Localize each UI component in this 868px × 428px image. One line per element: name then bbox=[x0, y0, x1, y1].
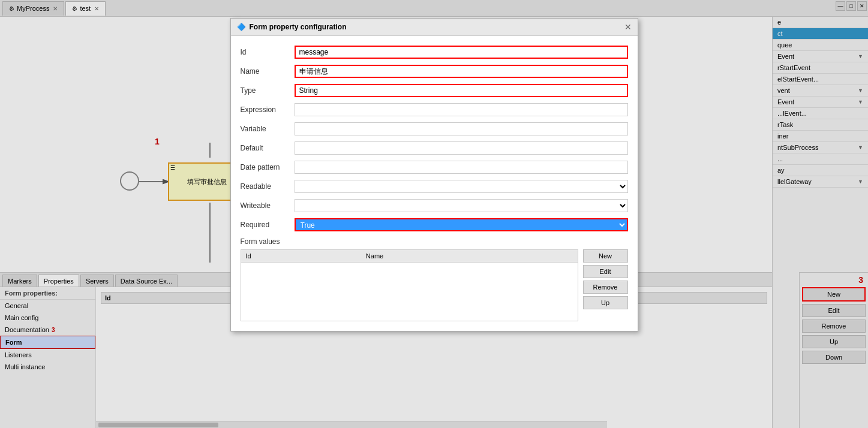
label-variable: Variable bbox=[241, 125, 295, 133]
label-datepattern: Date pattern bbox=[241, 163, 295, 171]
select-readable[interactable]: True False bbox=[295, 180, 628, 193]
input-id[interactable] bbox=[295, 46, 628, 59]
form-row-datepattern: Date pattern bbox=[241, 161, 628, 174]
form-row-type: Type bbox=[241, 84, 628, 97]
label-name: Name bbox=[241, 67, 295, 76]
form-row-readable: Readable True False bbox=[241, 180, 628, 193]
fv-up-button[interactable]: Up bbox=[583, 296, 628, 309]
fv-edit-button[interactable]: Edit bbox=[583, 265, 628, 278]
label-default: Default bbox=[241, 144, 295, 152]
fv-remove-button[interactable]: Remove bbox=[583, 281, 628, 294]
form-row-writeable: Writeable True False bbox=[241, 199, 628, 212]
fv-col-name: Name bbox=[361, 250, 578, 263]
form-row-id: Id bbox=[241, 46, 628, 59]
form-values-label: Form values bbox=[241, 237, 628, 246]
form-values-buttons: New Edit Remove Up bbox=[583, 249, 628, 321]
input-type[interactable] bbox=[295, 84, 628, 97]
modal-icon: 🔷 bbox=[237, 23, 246, 31]
form-values-container: Id Name New Edit Remove bbox=[241, 249, 628, 321]
label-readable: Readable bbox=[241, 182, 295, 191]
modal-title: 🔷 Form property configuration bbox=[237, 23, 347, 31]
modal-overlay: 🔷 Form property configuration ✕ Id Name bbox=[0, 0, 868, 428]
form-values-section: Form values Id Name bbox=[241, 237, 628, 321]
label-writeable: Writeable bbox=[241, 201, 295, 210]
fv-new-button[interactable]: New bbox=[583, 249, 628, 263]
modal-dialog: 🔷 Form property configuration ✕ Id Name bbox=[230, 18, 638, 331]
form-row-required: Required True False bbox=[241, 218, 628, 231]
modal-body: Id Name Type Expression bbox=[231, 36, 638, 331]
form-row-name: Name bbox=[241, 65, 628, 78]
select-writeable[interactable]: True False bbox=[295, 199, 628, 212]
input-name[interactable] bbox=[295, 65, 628, 78]
form-row-variable: Variable bbox=[241, 122, 628, 135]
label-type: Type bbox=[241, 86, 295, 95]
form-row-default: Default bbox=[241, 141, 628, 155]
form-values-table: Id Name bbox=[241, 250, 578, 263]
fv-col-id: Id bbox=[241, 250, 361, 263]
form-row-expression: Expression bbox=[241, 103, 628, 116]
select-required[interactable]: True False bbox=[295, 218, 628, 231]
modal-titlebar: 🔷 Form property configuration ✕ bbox=[231, 19, 638, 36]
input-variable[interactable] bbox=[295, 122, 628, 135]
label-id: Id bbox=[241, 48, 295, 56]
label-expression: Expression bbox=[241, 106, 295, 114]
form-values-table-wrapper: Id Name bbox=[241, 249, 578, 321]
modal-close-button[interactable]: ✕ bbox=[624, 22, 632, 32]
input-datepattern[interactable] bbox=[295, 161, 628, 174]
input-expression[interactable] bbox=[295, 103, 628, 116]
label-required: Required bbox=[241, 221, 295, 229]
input-default[interactable] bbox=[295, 141, 628, 155]
